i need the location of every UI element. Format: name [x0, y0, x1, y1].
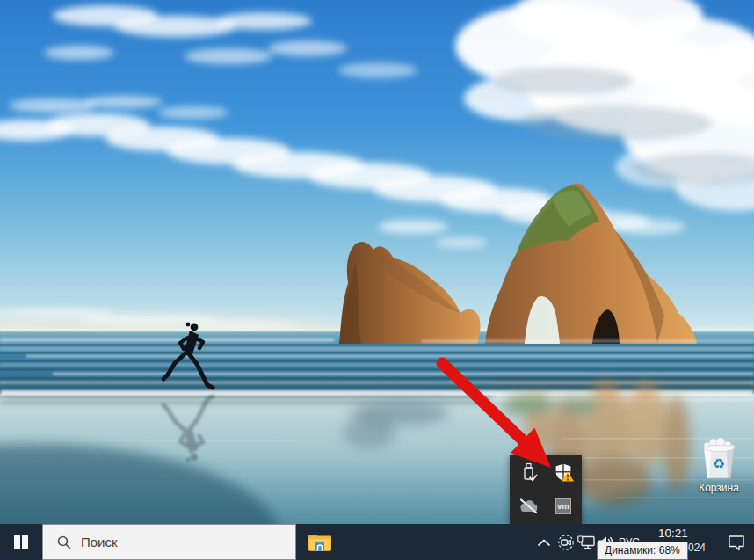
meet-now-camera-icon [557, 534, 575, 551]
usb-eject-icon [518, 461, 539, 484]
taskbar-file-explorer[interactable] [299, 524, 341, 560]
vm-logo-icon: vm [555, 498, 571, 514]
windows-logo-icon [14, 535, 29, 549]
safely-remove-hardware-icon[interactable] [511, 455, 546, 489]
action-center-icon [727, 534, 746, 551]
clock-date-partial: 024 [688, 542, 706, 554]
start-button[interactable] [0, 524, 42, 560]
vm-logo-text: vm [557, 503, 569, 511]
meet-now-button[interactable] [555, 524, 576, 560]
cloud-slash-icon [517, 498, 540, 515]
recycle-bin[interactable]: ♻ Корзина [689, 437, 749, 494]
vmware-tools-icon[interactable]: vm [546, 489, 581, 524]
action-center-button[interactable] [719, 524, 754, 560]
windows-security-icon[interactable] [546, 455, 581, 489]
show-hidden-icons-button[interactable] [533, 524, 555, 560]
security-shield-warning-icon [552, 461, 575, 484]
recycle-bin-label: Корзина [699, 482, 739, 494]
network-button[interactable] [576, 524, 598, 560]
recycle-bin-icon: ♻ [699, 437, 739, 481]
clock-time: 10:21 [642, 527, 705, 540]
file-explorer-icon [308, 533, 332, 552]
taskbar-search-box[interactable]: Поиск [42, 524, 296, 560]
search-icon [56, 535, 72, 550]
search-placeholder: Поиск [81, 535, 118, 549]
desktop-screen: ♻ Корзина [0, 0, 754, 560]
chevron-up-icon [537, 538, 551, 547]
volume-tooltip: Динамики: 68% [597, 542, 688, 560]
wallpaper-image [0, 0, 754, 524]
onedrive-signin-icon[interactable] [511, 489, 546, 524]
ethernet-network-icon [577, 535, 597, 550]
svg-text:♻: ♻ [713, 455, 725, 472]
tray-overflow-popup: vm [510, 455, 582, 524]
